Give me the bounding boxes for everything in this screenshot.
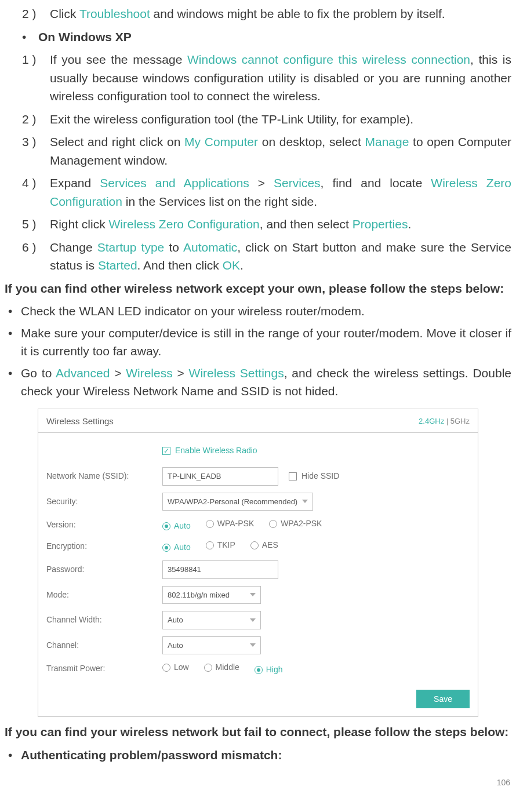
- step-text: Click Troubleshoot and windows might be …: [50, 5, 511, 23]
- mode-select[interactable]: 802.11b/g/n mixed: [162, 586, 261, 605]
- encryption-tkip-radio[interactable]: TKIP: [206, 539, 235, 551]
- hide-ssid-label: Hide SSID: [301, 470, 339, 482]
- bullet-text: Check the WLAN LED indicator on your wir…: [21, 302, 511, 321]
- band-24ghz[interactable]: 2.4GHz: [419, 417, 444, 425]
- band-toggle[interactable]: 2.4GHz | 5GHz: [419, 416, 470, 427]
- enable-wireless-label: Enable Wireless Radio: [175, 445, 257, 457]
- transmit-low-radio[interactable]: Low: [162, 661, 189, 673]
- version-wpa2psk-radio[interactable]: WPA2-PSK: [269, 518, 322, 530]
- link-troubleshoot: Troubleshoot: [79, 7, 150, 20]
- label-security: Security:: [46, 496, 162, 508]
- heading-other-network: If you can find other wireless network e…: [5, 279, 511, 298]
- list-number: 6 ): [22, 238, 50, 275]
- security-select[interactable]: WPA/WPA2-Personal (Recommended): [162, 493, 313, 511]
- bullet: •: [5, 364, 21, 400]
- chevron-down-icon: [250, 643, 256, 647]
- label-ssid: Network Name (SSID):: [46, 470, 162, 482]
- link-msg: Windows cannot configure this wireless c…: [187, 53, 470, 66]
- xp-heading: On Windows XP: [38, 28, 511, 46]
- bullet: •: [5, 302, 21, 321]
- chevron-down-icon: [250, 618, 256, 622]
- auth-problem-heading: Authenticating problem/password mismatch…: [21, 746, 511, 764]
- list-number: 2 ): [22, 5, 50, 23]
- label-channel: Channel:: [46, 639, 162, 651]
- enable-wireless-checkbox[interactable]: ✓: [162, 447, 170, 455]
- bullet: •: [5, 324, 21, 361]
- step-text: Change Startup type to Automatic, click …: [50, 238, 511, 275]
- label-mode: Mode:: [46, 589, 162, 601]
- ssid-input[interactable]: TP-LINK_EADB: [162, 467, 278, 486]
- step-text: Expand Services and Applications > Servi…: [50, 174, 511, 210]
- step-text: Exit the wireless configuration tool (th…: [50, 110, 511, 129]
- version-auto-radio[interactable]: Auto: [162, 520, 191, 532]
- chevron-down-icon: [250, 593, 256, 596]
- band-5ghz[interactable]: 5GHz: [450, 417, 470, 425]
- version-wpapsk-radio[interactable]: WPA-PSK: [206, 518, 255, 530]
- encryption-auto-radio[interactable]: Auto: [162, 541, 191, 554]
- label-version: Version:: [46, 519, 162, 531]
- heading-fail-connect: If you can find your wireless network bu…: [5, 723, 511, 741]
- step-text: If you see the message Windows cannot co…: [50, 50, 511, 105]
- hide-ssid-checkbox[interactable]: ✓: [289, 472, 297, 480]
- encryption-aes-radio[interactable]: AES: [250, 539, 278, 551]
- channel-select[interactable]: Auto: [162, 636, 261, 655]
- transmit-high-radio[interactable]: High: [255, 664, 283, 676]
- channel-width-select[interactable]: Auto: [162, 611, 261, 629]
- wireless-settings-panel: Wireless Settings 2.4GHz | 5GHz ✓ Enable…: [38, 409, 478, 718]
- bullet-text: Go to Advanced > Wireless > Wireless Set…: [21, 364, 511, 400]
- transmit-middle-radio[interactable]: Middle: [204, 661, 239, 673]
- label-password: Password:: [46, 563, 162, 576]
- label-encryption: Encryption:: [46, 540, 162, 552]
- bullet: •: [22, 28, 38, 46]
- step-text: Right click Wireless Zero Configuration,…: [50, 215, 511, 234]
- page-number: 106: [497, 778, 510, 787]
- list-number: 4 ): [22, 174, 50, 210]
- bullet-text: Make sure your computer/device is still …: [21, 324, 511, 361]
- label-transmit: Transmit Power:: [46, 662, 162, 675]
- step-text: Select and right click on My Computer on…: [50, 133, 511, 169]
- panel-title: Wireless Settings: [46, 415, 114, 428]
- list-number: 1 ): [22, 50, 50, 105]
- list-number: 5 ): [22, 215, 50, 234]
- list-number: 2 ): [22, 110, 50, 129]
- save-button[interactable]: Save: [416, 690, 470, 708]
- chevron-down-icon: [302, 500, 308, 503]
- label-channel-width: Channel Width:: [46, 614, 162, 626]
- bullet: •: [5, 746, 21, 764]
- list-number: 3 ): [22, 133, 50, 169]
- password-input[interactable]: 35498841: [162, 560, 278, 579]
